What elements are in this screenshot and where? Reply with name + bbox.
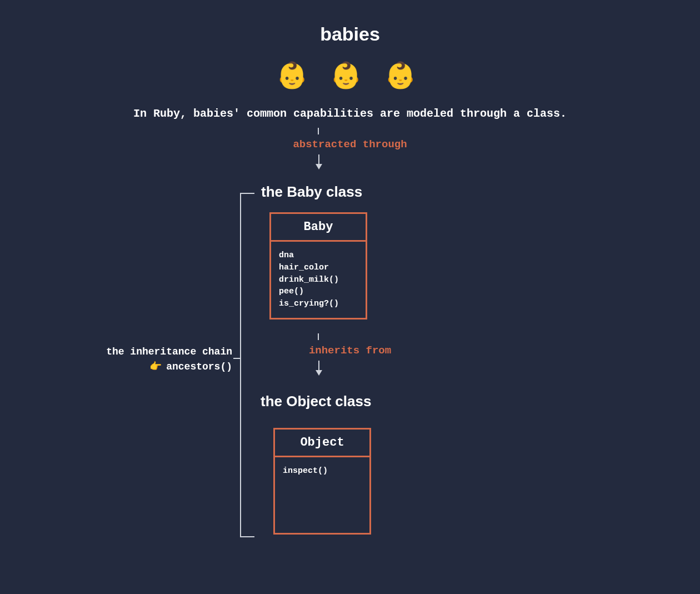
inheritance-bracket-tail [233, 358, 240, 359]
inheritance-bracket [240, 193, 254, 537]
baby-class-name: Baby [271, 214, 366, 242]
diagram-title: babies [0, 23, 700, 45]
connector-stem [318, 333, 319, 340]
class-member: drink_milk() [279, 274, 358, 286]
baby-class-members: dna hair_color drink_milk() pee() is_cry… [271, 242, 366, 318]
inheritance-chain-note: the inheritance chain 👉ancestors() [88, 345, 232, 375]
class-member: inspect() [283, 465, 362, 477]
inheritance-chain-line1: the inheritance chain [88, 345, 232, 360]
ancestors-method: ancestors() [166, 361, 232, 372]
class-member: is_crying?() [279, 298, 358, 310]
pointer-right-icon: 👉 [149, 360, 162, 375]
arrow-down-icon [313, 154, 324, 170]
object-class-heading: the Object class [261, 393, 371, 410]
object-class-members: inspect() [275, 457, 369, 485]
object-class-box: Object inspect() [273, 428, 371, 535]
diagram-subtitle: In Ruby, babies' common capabilities are… [0, 107, 700, 120]
baby-class-box: Baby dna hair_color drink_milk() pee() i… [269, 212, 367, 320]
class-member: pee() [279, 286, 358, 298]
object-class-name: Object [275, 430, 369, 457]
arrow-label-abstracted: abstracted through [0, 138, 700, 151]
baby-emoji-row: 👶 👶 👶 [0, 60, 700, 90]
class-member: hair_color [279, 262, 358, 274]
arrow-down-icon [313, 361, 324, 376]
baby-class-heading: the Baby class [261, 183, 362, 201]
class-member: dna [279, 249, 358, 262]
connector-stem [318, 128, 319, 134]
